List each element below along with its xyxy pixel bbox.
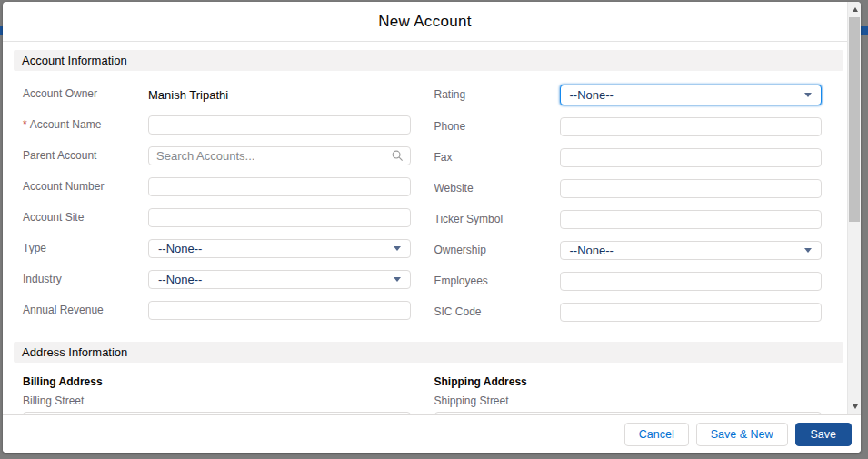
- modal-scroll-region: New Account Account Information Account …: [3, 2, 861, 414]
- field-label: Account Owner: [23, 87, 148, 100]
- ownership-select[interactable]: --None--: [560, 241, 823, 260]
- account-info-left-column: Account Owner Manish Tripathi *Account N…: [23, 85, 411, 334]
- chevron-down-icon: [804, 93, 812, 97]
- type-select[interactable]: --None--: [148, 239, 411, 258]
- field-sic-code: SIC Code: [434, 303, 823, 322]
- modal-header: New Account: [3, 2, 847, 42]
- billing-address-label: Billing Address: [23, 375, 411, 388]
- sic-code-input[interactable]: [560, 303, 823, 322]
- field-label: Type: [23, 242, 148, 254]
- field-type: Type --None--: [23, 239, 411, 258]
- field-label: Rating: [434, 88, 560, 101]
- cancel-button[interactable]: Cancel: [624, 423, 689, 446]
- field-label: Account Number: [23, 180, 148, 193]
- save-button[interactable]: Save: [795, 423, 853, 446]
- triangle-down-icon: [853, 404, 858, 409]
- background-page-header-sliver: [861, 26, 868, 35]
- employees-input[interactable]: [560, 272, 823, 291]
- field-account-owner: Account Owner Manish Tripathi: [23, 85, 411, 104]
- vertical-scrollbar[interactable]: [847, 2, 861, 414]
- triangle-up-icon: [853, 7, 858, 12]
- shipping-street-textarea[interactable]: [434, 412, 823, 414]
- shipping-address-label: Shipping Address: [434, 375, 823, 388]
- chevron-down-icon: [394, 277, 401, 282]
- section-header-address-information: Address Information: [14, 342, 843, 363]
- field-ticker-symbol: Ticker Symbol: [434, 210, 823, 229]
- ticker-symbol-input[interactable]: [560, 210, 823, 229]
- field-account-number: Account Number: [23, 177, 411, 196]
- account-number-input[interactable]: [148, 177, 411, 196]
- account-info-right-column: Rating --None-- Phone: [434, 85, 823, 334]
- account-info-fields: Account Owner Manish Tripathi *Account N…: [3, 76, 847, 334]
- industry-select[interactable]: --None--: [148, 270, 411, 289]
- field-account-name: *Account Name: [23, 115, 411, 135]
- scrollbar-up-arrow[interactable]: [848, 3, 861, 16]
- field-label: Annual Revenue: [23, 304, 148, 316]
- address-info-fields: Billing Address Billing Street Shipping …: [3, 368, 847, 414]
- new-account-modal: New Account Account Information Account …: [3, 2, 861, 453]
- field-label: Employees: [434, 274, 560, 287]
- save-and-new-button[interactable]: Save & New: [696, 423, 788, 446]
- field-parent-account: Parent Account: [23, 146, 411, 165]
- phone-input[interactable]: [560, 117, 823, 136]
- section-title: Account Information: [22, 54, 127, 67]
- modal-footer: Cancel Save & New Save: [3, 414, 861, 453]
- field-rating: Rating --None--: [434, 85, 823, 105]
- field-label: Ticker Symbol: [434, 213, 560, 225]
- shipping-street-label: Shipping Street: [434, 394, 823, 407]
- parent-account-lookup-input[interactable]: [148, 146, 411, 165]
- website-input[interactable]: [560, 179, 823, 198]
- billing-street-textarea[interactable]: [23, 412, 411, 414]
- chevron-down-icon: [804, 248, 812, 253]
- field-label: Website: [434, 182, 560, 195]
- field-annual-revenue: Annual Revenue: [23, 301, 411, 320]
- scrollbar-down-arrow[interactable]: [848, 400, 861, 414]
- field-fax: Fax: [434, 148, 823, 167]
- section-title: Address Information: [22, 345, 127, 359]
- field-label: Parent Account: [23, 149, 148, 162]
- billing-street-label: Billing Street: [23, 394, 411, 407]
- field-industry: Industry --None--: [23, 270, 411, 289]
- account-name-input[interactable]: [148, 115, 411, 135]
- required-asterisk: *: [23, 118, 27, 131]
- field-label: Industry: [23, 273, 148, 285]
- field-account-site: Account Site: [23, 208, 411, 227]
- field-phone: Phone: [434, 117, 823, 136]
- annual-revenue-input[interactable]: [148, 301, 411, 320]
- field-label: SIC Code: [434, 305, 560, 318]
- field-label: Ownership: [434, 244, 560, 256]
- field-label: Phone: [434, 120, 560, 133]
- field-ownership: Ownership --None--: [434, 241, 823, 260]
- search-icon: [392, 150, 404, 162]
- shipping-address-group: Shipping Address Shipping Street: [434, 375, 823, 414]
- section-header-account-information: Account Information: [14, 50, 843, 71]
- field-label: Fax: [434, 151, 560, 164]
- rating-select[interactable]: --None--: [560, 85, 823, 105]
- field-website: Website: [434, 179, 823, 198]
- fax-input[interactable]: [560, 148, 823, 167]
- chevron-down-icon: [394, 246, 401, 251]
- account-site-input[interactable]: [148, 208, 411, 227]
- field-label: Account Site: [23, 211, 148, 224]
- modal-title: New Account: [378, 13, 472, 31]
- scrollbar-thumb[interactable]: [849, 17, 860, 222]
- billing-address-group: Billing Address Billing Street: [23, 375, 411, 414]
- account-owner-value: Manish Tripathi: [148, 88, 228, 102]
- field-label: Account Name: [30, 118, 102, 131]
- field-employees: Employees: [434, 272, 823, 291]
